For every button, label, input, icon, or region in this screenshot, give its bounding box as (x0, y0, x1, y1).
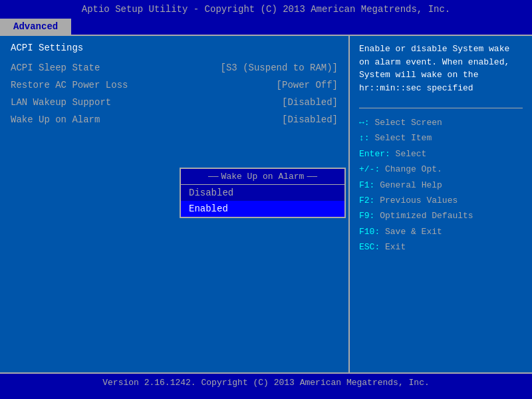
footer-bar: Version 2.16.1242. Copyright (C) 2013 Am… (0, 372, 532, 390)
power-loss-label: Restore AC Power Loss (11, 80, 128, 90)
key-plusminus-desc: Change Opt. (385, 164, 442, 174)
header-title: Aptio Setup Utility - Copyright (C) 2013… (82, 4, 451, 15)
key-plusminus: +/-: (359, 164, 385, 174)
lan-wakeup-label: LAN Wakeup Support (11, 97, 111, 108)
divider (359, 108, 523, 108)
section-title: ACPI Settings (11, 43, 338, 53)
setting-row-power-loss[interactable]: Restore AC Power Loss [Power Off] (11, 80, 338, 90)
power-loss-value: [Power Off] (277, 80, 338, 90)
key-f1: F1: (359, 180, 380, 190)
key-screen: ↔: (359, 118, 374, 128)
tab-advanced[interactable]: Advanced (0, 19, 71, 35)
footer-text: Version 2.16.1242. Copyright (C) 2013 Am… (102, 378, 429, 388)
wakeup-alarm-value: [Disabled] (282, 114, 338, 125)
key-f9-desc: Optimized Defaults (380, 211, 473, 221)
tab-bar: Advanced (0, 17, 532, 35)
key-f10: F10: (359, 227, 385, 237)
key-enter: Enter: (359, 149, 396, 159)
right-panel: Enable or disable System wake on alarm e… (350, 36, 532, 372)
key-row-enter: Enter: Select (359, 146, 523, 162)
dropdown-item-disabled[interactable]: Disabled (181, 185, 344, 201)
left-panel: ACPI Settings ACPI Sleep State [S3 (Susp… (0, 36, 350, 372)
key-enter-desc: Select (396, 149, 427, 159)
wakeup-alarm-label: Wake Up on Alarm (11, 114, 100, 125)
key-row-f9: F9: Optimized Defaults (359, 208, 523, 223)
main-content: ACPI Settings ACPI Sleep State [S3 (Susp… (0, 35, 532, 372)
key-item-desc: Select Item (374, 133, 432, 143)
header-bar: Aptio Setup Utility - Copyright (C) 2013… (0, 0, 532, 17)
key-f1-desc: General Help (380, 180, 442, 190)
key-row-item: ↕: Select Item (359, 130, 523, 146)
key-screen-desc: Select Screen (374, 118, 442, 128)
setting-row-wakeup-alarm[interactable]: Wake Up on Alarm [Disabled] (11, 114, 338, 125)
key-help: ↔: Select Screen ↕: Select Item Enter: S… (359, 115, 523, 255)
key-row-f10: F10: Save & Exit (359, 224, 523, 239)
lan-wakeup-value: [Disabled] (282, 97, 338, 108)
key-f2: F2: (359, 196, 380, 205)
sleep-state-value: [S3 (Suspend to RAM)] (221, 63, 338, 73)
dropdown-item-enabled[interactable]: Enabled (181, 201, 344, 217)
key-f9: F9: (359, 211, 380, 221)
dropdown-title: Wake Up on Alarm (181, 169, 344, 185)
key-f10-desc: Save & Exit (385, 227, 442, 237)
key-row-plusminus: +/-: Change Opt. (359, 162, 523, 177)
key-row-f2: F2: Previous Values (359, 193, 523, 208)
key-row-esc: ESC: Exit (359, 239, 523, 255)
key-item: ↕: (359, 133, 374, 143)
key-row-screen: ↔: Select Screen (359, 115, 523, 130)
key-esc: ESC: (359, 242, 385, 252)
dropdown-popup: Wake Up on Alarm Disabled Enabled (180, 168, 346, 218)
help-text: Enable or disable System wake on alarm e… (359, 43, 523, 94)
sleep-state-label: ACPI Sleep State (11, 63, 100, 73)
key-row-f1: F1: General Help (359, 178, 523, 193)
key-esc-desc: Exit (385, 242, 406, 252)
setting-row-sleep-state[interactable]: ACPI Sleep State [S3 (Suspend to RAM)] (11, 63, 338, 73)
setting-row-lan-wakeup[interactable]: LAN Wakeup Support [Disabled] (11, 97, 338, 108)
key-f2-desc: Previous Values (380, 196, 458, 205)
